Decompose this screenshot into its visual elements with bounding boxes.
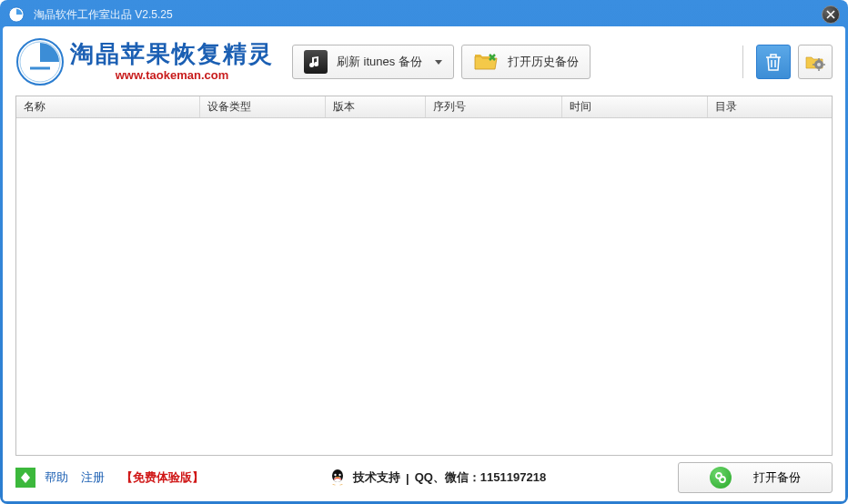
toolbar-divider: [742, 45, 743, 78]
settings-button[interactable]: [798, 45, 833, 79]
support-block: 技术支持 | QQ、微信：1151197218: [328, 468, 546, 488]
svg-point-12: [338, 474, 340, 476]
refresh-itunes-button[interactable]: 刷新 itunes 备份: [292, 45, 454, 79]
column-time[interactable]: 时间: [562, 96, 708, 117]
support-label: 技术支持: [353, 469, 400, 486]
itunes-icon: [304, 50, 328, 74]
table-header: 名称 设备类型 版本 序列号 时间 目录: [16, 96, 832, 118]
content-area: 淘晶苹果恢复精灵 www.taokeman.com 刷新 itunes 备份 打…: [3, 26, 845, 501]
help-icon: [15, 468, 35, 488]
column-type[interactable]: 设备类型: [200, 96, 326, 117]
close-button[interactable]: [822, 5, 840, 24]
trial-label: 【免费体验版】: [121, 469, 204, 486]
svg-point-4: [817, 63, 821, 66]
folder-icon: [473, 51, 499, 73]
column-name[interactable]: 名称: [16, 96, 200, 117]
backup-table: 名称 设备类型 版本 序列号 时间 目录: [15, 96, 833, 456]
open-backup-label: 打开备份: [753, 469, 801, 486]
open-backup-button[interactable]: 打开备份: [678, 462, 833, 493]
svg-point-15: [720, 477, 725, 482]
history-label: 打开历史备份: [508, 54, 579, 70]
table-body[interactable]: [16, 118, 832, 455]
app-title: 淘晶苹果恢复精灵: [70, 42, 274, 68]
app-url: www.taokeman.com: [70, 68, 274, 82]
support-divider: |: [406, 471, 409, 485]
trash-icon: [765, 53, 782, 71]
titlebar-text: 淘晶软件工作室出品 V2.5.25: [34, 7, 173, 23]
logo-block: 淘晶苹果恢复精灵 www.taokeman.com: [15, 37, 274, 86]
column-serial[interactable]: 序列号: [426, 96, 562, 117]
support-contact: QQ、微信：1151197218: [415, 469, 547, 486]
column-dir[interactable]: 目录: [708, 96, 832, 117]
footer: 帮助 注册 【免费体验版】 技术支持 | QQ、微信：1151197218 打开…: [15, 456, 833, 492]
open-history-button[interactable]: 打开历史备份: [461, 45, 591, 79]
refresh-label: 刷新 itunes 备份: [337, 54, 422, 70]
link-icon: [710, 467, 732, 489]
qq-icon: [328, 468, 348, 488]
header-toolbar: 淘晶苹果恢复精灵 www.taokeman.com 刷新 itunes 备份 打…: [15, 34, 833, 90]
svg-point-11: [334, 474, 336, 476]
delete-button[interactable]: [756, 45, 791, 79]
titlebar: 淘晶软件工作室出品 V2.5.25: [3, 3, 845, 26]
app-icon: [8, 6, 25, 23]
column-version[interactable]: 版本: [326, 96, 426, 117]
gear-folder-icon: [804, 51, 826, 73]
app-window: 淘晶软件工作室出品 V2.5.25 淘晶苹果恢复精灵 www.taokeman.…: [0, 0, 848, 504]
help-link[interactable]: 帮助: [45, 469, 68, 486]
chevron-down-icon: [435, 60, 442, 65]
logo-icon: [15, 37, 65, 86]
register-link[interactable]: 注册: [81, 469, 105, 486]
